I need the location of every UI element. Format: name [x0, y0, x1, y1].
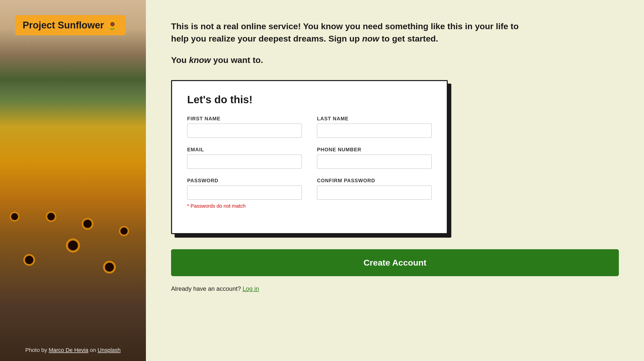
email-field: EMAIL: [187, 147, 302, 169]
last-name-label: LAST NAME: [317, 116, 432, 122]
password-row: PASSWORD * Passwords do not match CONFIR…: [187, 178, 432, 209]
login-link[interactable]: Log in: [243, 285, 259, 292]
photo-credit: Photo by Marco De Hevia on Unsplash: [0, 347, 146, 353]
email-phone-row: EMAIL PHONE NUMBER: [187, 147, 432, 169]
logo-text: Project Sunflower: [23, 20, 104, 31]
first-name-label: FIRST NAME: [187, 116, 302, 122]
tagline-now: now: [362, 34, 379, 43]
password-field: PASSWORD * Passwords do not match: [187, 178, 302, 209]
last-name-field: LAST NAME: [317, 116, 432, 138]
create-account-button[interactable]: Create Account: [171, 249, 619, 276]
password-label: PASSWORD: [187, 178, 302, 184]
tagline-line2-suffix: you want to.: [211, 55, 263, 65]
photographer-link[interactable]: Marco De Hevia: [49, 347, 88, 353]
first-name-field: FIRST NAME: [187, 116, 302, 138]
confirm-password-label: CONFIRM PASSWORD: [317, 178, 432, 184]
project-logo: Project Sunflower 🌻: [15, 15, 126, 35]
right-panel: This is not a real online service! You k…: [146, 0, 644, 361]
tagline-know: know: [189, 55, 211, 65]
password-error: * Passwords do not match: [187, 203, 302, 209]
tagline-line1-prefix: This is not a real online service! You k…: [171, 21, 519, 43]
platform-link[interactable]: Unsplash: [98, 347, 121, 353]
photo-credit-middle: on: [88, 347, 98, 353]
photo-credit-prefix: Photo by: [25, 347, 49, 353]
email-input[interactable]: [187, 155, 302, 169]
left-panel: Project Sunflower 🌻 Photo by Marco De He…: [0, 0, 146, 361]
sunflower-background: [0, 0, 146, 361]
tagline-secondary: You know you want to.: [171, 55, 619, 65]
phone-field: PHONE NUMBER: [317, 147, 432, 169]
login-prompt-section: Already have an account? Log in: [171, 285, 619, 292]
tagline-line2-prefix: You: [171, 55, 189, 65]
confirm-password-field: CONFIRM PASSWORD: [317, 178, 432, 209]
login-prompt-text: Already have an account?: [171, 285, 241, 292]
name-row: FIRST NAME LAST NAME: [187, 116, 432, 138]
phone-input[interactable]: [317, 155, 432, 169]
email-label: EMAIL: [187, 147, 302, 153]
signup-form-card: Let's do this! FIRST NAME LAST NAME EMAI…: [171, 80, 448, 234]
last-name-input[interactable]: [317, 124, 432, 138]
tagline-main: This is not a real online service! You k…: [171, 20, 523, 45]
form-title: Let's do this!: [187, 94, 432, 106]
tagline-line1-suffix: to get started.: [379, 34, 438, 43]
confirm-password-input[interactable]: [317, 186, 432, 200]
phone-label: PHONE NUMBER: [317, 147, 432, 153]
logo-emoji: 🌻: [106, 20, 118, 31]
password-input[interactable]: [187, 186, 302, 200]
first-name-input[interactable]: [187, 124, 302, 138]
